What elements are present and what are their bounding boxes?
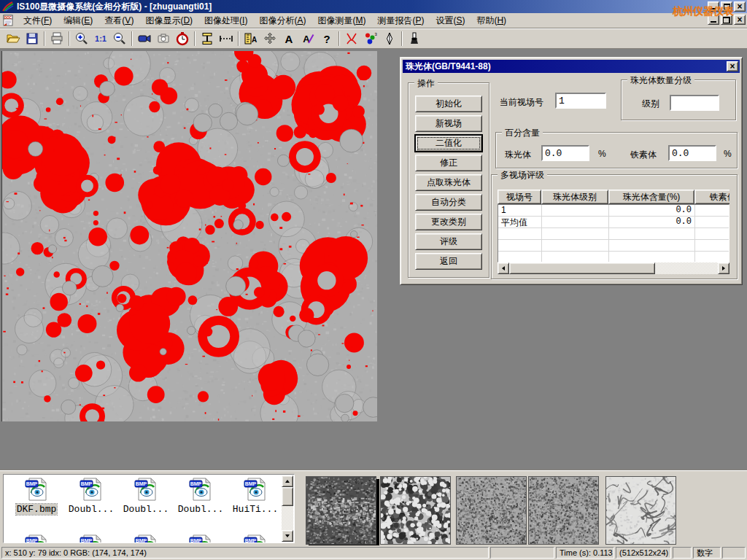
file-name[interactable]: Doubl... [177,504,224,515]
minimize-button[interactable] [708,1,719,12]
zoom-in-icon[interactable] [72,30,91,47]
micrograph-canvas[interactable] [1,51,377,421]
zoom-out-icon[interactable] [110,30,129,47]
measure-label-icon[interactable]: A [241,30,260,47]
rating-table-body[interactable]: 10.0平均值0.0 [498,204,729,262]
op-button-2[interactable]: 新视场 [415,115,482,132]
table-row[interactable] [498,240,729,252]
text-edit-icon[interactable]: A [298,30,317,47]
open-icon[interactable] [4,30,23,47]
table-cell[interactable] [498,252,542,262]
menu-item-V[interactable]: 查看(V) [98,13,139,28]
close-button[interactable]: × [734,1,746,12]
menu-item-F[interactable]: 文件(F) [18,13,58,28]
table-cell[interactable] [542,252,609,262]
menu-item-I[interactable]: 图像处理(I) [198,13,253,28]
text-icon[interactable]: A [279,30,298,47]
scroll-right-button[interactable] [718,262,729,274]
file-name[interactable]: HuiTi... [232,504,279,515]
table-cell[interactable] [542,228,609,240]
print-icon[interactable] [47,30,66,47]
table-cell[interactable] [695,205,729,217]
grade-input[interactable] [670,95,719,111]
hscroll-thumb[interactable] [509,262,655,274]
thumbnail-1[interactable] [306,476,376,545]
menu-item-P[interactable]: 测量报告(P) [371,13,430,28]
capture-icon[interactable] [154,30,173,47]
pearlite-percent-input[interactable] [541,145,589,161]
table-cell[interactable] [542,217,609,228]
curve-tool-icon[interactable] [342,30,361,47]
scroll-down-button[interactable] [282,530,293,542]
thumbnail-5[interactable] [605,476,676,545]
table-row[interactable] [498,252,729,262]
op-button-8[interactable]: 评级 [415,233,482,250]
table-row[interactable] [498,228,729,240]
thumbnail-2[interactable] [380,476,451,545]
caliper-vertical-icon[interactable] [198,30,217,47]
timer-icon[interactable] [173,30,192,47]
ferrite-percent-input[interactable] [668,145,716,161]
document-icon[interactable]: DOC [3,15,15,26]
table-cell[interactable] [609,228,695,240]
table-cell[interactable] [498,228,542,240]
file-item-Doubl...[interactable]: BMPDoubl... [64,478,118,515]
child-close-button[interactable]: × [734,15,746,25]
file-item-partial[interactable]: BMP [64,534,118,543]
actual-size-icon[interactable]: 1:1 [91,30,110,47]
menu-item-H[interactable]: 帮助(H) [471,13,512,28]
table-cell[interactable]: 0.0 [609,217,695,228]
file-list[interactable]: BMPDKF.bmpBMPDoubl...BMPDoubl...BMPDoubl… [3,474,295,543]
dialog-close-button[interactable]: × [727,61,738,71]
file-item-partial[interactable]: BMP [174,534,228,543]
count-points-icon[interactable]: 3 [361,30,380,47]
file-item-HuiTi...[interactable]: BMPHuiTi... [228,478,282,515]
file-name[interactable]: Doubl... [68,504,115,515]
menu-item-D[interactable]: 图像显示(D) [139,13,198,28]
table-cell[interactable] [609,240,695,252]
table-cell[interactable] [695,217,729,228]
table-cell[interactable] [498,240,542,252]
maximize-button[interactable] [721,1,732,12]
op-button-1[interactable]: 初始化 [415,96,482,112]
brush-icon[interactable] [405,30,424,47]
table-cell[interactable] [695,252,729,262]
rating-table[interactable]: 视场号珠光体级别珠光体含量(%)铁素体含量(%) 10.0平均值0.0 [498,190,729,262]
op-button-9[interactable]: 返回 [415,253,482,270]
save-icon[interactable] [23,30,42,47]
op-button-7[interactable]: 更改类别 [415,214,482,230]
table-header-cell[interactable]: 珠光体含量(%) [608,190,694,204]
menu-item-S[interactable]: 设置(S) [430,13,471,28]
help-icon[interactable]: ? [317,30,336,47]
scroll-up-button[interactable] [282,475,293,487]
table-header-cell[interactable]: 视场号 [498,190,541,204]
thumbnail-3[interactable] [456,476,527,545]
op-button-3[interactable]: 二值化 [415,135,482,152]
file-item-partial[interactable]: BMP [228,534,282,543]
table-cell[interactable] [542,205,609,217]
file-item-partial[interactable]: BMP [9,534,63,543]
scroll-left-button[interactable] [498,262,509,274]
op-button-4[interactable]: 修正 [415,155,482,171]
op-button-5[interactable]: 点取珠光体 [415,174,482,191]
child-minimize-button[interactable] [708,15,719,25]
file-list-vscrollbar[interactable] [282,475,293,542]
file-item-partial[interactable]: BMP [119,534,173,543]
vscroll-thumb[interactable] [282,487,293,506]
current-view-input[interactable] [555,93,606,109]
file-item-Doubl...[interactable]: BMPDoubl... [119,478,173,515]
table-cell[interactable]: 1 [498,205,542,217]
table-header-cell[interactable]: 铁素体含量(%) [694,190,729,204]
file-item-DKF.bmp[interactable]: BMPDKF.bmp [9,478,63,515]
table-cell[interactable]: 0.0 [609,205,695,217]
thumbnail-4[interactable] [528,476,599,545]
move-icon[interactable] [260,30,279,47]
table-cell[interactable] [695,228,729,240]
file-item-Doubl...[interactable]: BMPDoubl... [174,478,228,515]
menu-item-M[interactable]: 图像测量(M) [311,13,371,28]
op-button-6[interactable]: 自动分类 [415,194,482,211]
child-restore-button[interactable] [721,15,732,25]
table-cell[interactable]: 平均值 [498,217,542,228]
menu-item-E[interactable]: 编辑(E) [58,13,98,28]
rating-table-hscrollbar[interactable] [498,262,729,274]
